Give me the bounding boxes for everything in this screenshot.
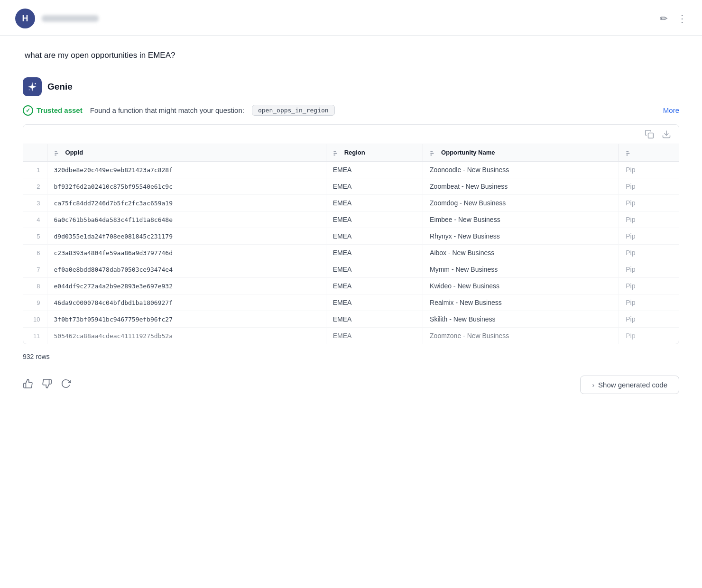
cell-opp-id: e044df9c272a4a2b9e2893e3e697e932 — [47, 278, 326, 294]
thumbs-up-icon[interactable] — [23, 378, 33, 391]
col-header-opp-id: OppId — [47, 144, 326, 162]
cell-opportunity-name: Aibox - New Business — [423, 245, 619, 261]
svg-point-0 — [35, 83, 36, 84]
table-row: 1320dbe8e20c449ec9eb821423a7c828fEMEAZoo… — [23, 162, 679, 178]
cell-opportunity-name: Zoomdog - New Business — [423, 195, 619, 211]
cell-row-num: 1 — [23, 162, 47, 178]
cell-extra: Pip — [619, 228, 679, 245]
copy-icon[interactable] — [645, 129, 654, 139]
cell-row-num: 2 — [23, 178, 47, 195]
cell-opportunity-name: Eimbee - New Business — [423, 211, 619, 228]
header-left: H — [15, 9, 99, 28]
bottom-bar: › Show generated code — [23, 370, 679, 394]
cell-row-num: 10 — [23, 311, 47, 328]
function-chip: open_opps_in_region — [252, 105, 335, 116]
table-row: 6c23a8393a4804fe59aa86a9d3797746dEMEAAib… — [23, 245, 679, 261]
show-generated-code-button[interactable]: › Show generated code — [580, 376, 679, 394]
cell-opp-id: ef0a0e8bdd80478dab70503ce93474e4 — [47, 261, 326, 278]
svg-rect-13 — [627, 151, 629, 152]
table-toolbar — [23, 125, 679, 144]
table-row: 946da9c0000784c04bfdbd1ba1806927fEMEARea… — [23, 294, 679, 311]
trusted-asset-row: ✓ Trusted asset Found a function that mi… — [23, 105, 679, 116]
table-row: 5d9d0355e1da24f708ee081845c231179EMEARhy… — [23, 228, 679, 245]
cell-region: EMEA — [326, 162, 423, 178]
cell-region: EMEA — [326, 278, 423, 294]
table-row: 103f0bf73bf05941bc9467759efb96fc27EMEASk… — [23, 311, 679, 328]
cell-row-num: 3 — [23, 195, 47, 211]
table-row: 11505462ca88aa4cdeac411119275db52aEMEAZo… — [23, 328, 679, 344]
cell-extra: Pip — [619, 294, 679, 311]
cell-region: EMEA — [326, 328, 423, 344]
col-header-region: Region — [326, 144, 423, 162]
cell-region: EMEA — [326, 211, 423, 228]
cell-region: EMEA — [326, 178, 423, 195]
more-link[interactable]: More — [663, 106, 679, 114]
genie-header: Genie — [23, 77, 679, 96]
cell-region: EMEA — [326, 195, 423, 211]
svg-rect-12 — [430, 155, 432, 156]
col-type-icon-oppid — [54, 150, 63, 156]
table-header-row: OppId Region — [23, 144, 679, 162]
cell-opp-id: c23a8393a4804fe59aa86a9d3797746d — [47, 245, 326, 261]
results-table-container: OppId Region — [23, 124, 679, 344]
svg-rect-14 — [627, 153, 630, 154]
feedback-icons — [23, 378, 71, 391]
chevron-right-icon: › — [592, 381, 594, 389]
cell-row-num: 5 — [23, 228, 47, 245]
cell-extra: Pip — [619, 261, 679, 278]
refresh-icon[interactable] — [61, 378, 71, 391]
cell-opportunity-name: Realmix - New Business — [423, 294, 619, 311]
table-row: 3ca75fc84dd7246d7b5fc2fc3ac659a19EMEAZoo… — [23, 195, 679, 211]
trusted-description: Found a function that might match your q… — [90, 106, 244, 114]
cell-opp-id: 6a0c761b5ba64da583c4f11d1a8c648e — [47, 211, 326, 228]
check-circle-icon: ✓ — [23, 105, 33, 116]
edit-icon[interactable]: ✏ — [660, 13, 668, 24]
username-blurred — [42, 15, 99, 22]
svg-rect-15 — [627, 155, 628, 156]
header: H ✏ ⋮ — [0, 0, 702, 36]
col-header-row-num — [23, 144, 47, 162]
show-code-label: Show generated code — [598, 381, 667, 389]
cell-region: EMEA — [326, 261, 423, 278]
cell-opp-id: ca75fc84dd7246d7b5fc2fc3ac659a19 — [47, 195, 326, 211]
cell-row-num: 9 — [23, 294, 47, 311]
cell-opp-id: 505462ca88aa4cdeac411119275db52a — [47, 328, 326, 344]
svg-rect-6 — [55, 155, 56, 156]
table-row: 8e044df9c272a4a2b9e2893e3e697e932EMEAKwi… — [23, 278, 679, 294]
cell-extra: Pip — [619, 211, 679, 228]
cell-region: EMEA — [326, 311, 423, 328]
col-type-icon-region — [333, 150, 342, 156]
col-header-extra — [619, 144, 679, 162]
thumbs-down-icon[interactable] — [42, 378, 52, 391]
download-icon[interactable] — [662, 129, 671, 139]
col-type-icon-oppname — [430, 150, 439, 156]
cell-row-num: 8 — [23, 278, 47, 294]
cell-opportunity-name: Zoonoodle - New Business — [423, 162, 619, 178]
svg-rect-4 — [55, 151, 57, 152]
trusted-asset-badge: ✓ Trusted asset — [23, 105, 83, 116]
user-question: what are my open opportunities in EMEA? — [25, 51, 679, 60]
svg-rect-2 — [648, 133, 654, 138]
svg-rect-10 — [430, 151, 433, 152]
cell-extra: Pip — [619, 195, 679, 211]
genie-section: Genie ✓ Trusted asset Found a function t… — [23, 77, 679, 394]
table-row: 7ef0a0e8bdd80478dab70503ce93474e4EMEAMym… — [23, 261, 679, 278]
cell-opportunity-name: Rhynyx - New Business — [423, 228, 619, 245]
more-options-icon[interactable]: ⋮ — [677, 13, 687, 24]
genie-label: Genie — [47, 82, 73, 92]
col-type-icon-extra — [626, 150, 633, 156]
results-table: OppId Region — [23, 144, 679, 344]
cell-extra: Pip — [619, 278, 679, 294]
cell-opportunity-name: Zoombeat - New Business — [423, 178, 619, 195]
cell-region: EMEA — [326, 294, 423, 311]
avatar: H — [15, 9, 35, 28]
cell-extra: Pip — [619, 328, 679, 344]
cell-opportunity-name: Mymm - New Business — [423, 261, 619, 278]
cell-opp-id: 3f0bf73bf05941bc9467759efb96fc27 — [47, 311, 326, 328]
cell-extra: Pip — [619, 162, 679, 178]
trusted-asset-label: Trusted asset — [37, 106, 83, 114]
cell-row-num: 4 — [23, 211, 47, 228]
table-row: 46a0c761b5ba64da583c4f11d1a8c648eEMEAEim… — [23, 211, 679, 228]
cell-extra: Pip — [619, 311, 679, 328]
svg-rect-9 — [333, 155, 335, 156]
